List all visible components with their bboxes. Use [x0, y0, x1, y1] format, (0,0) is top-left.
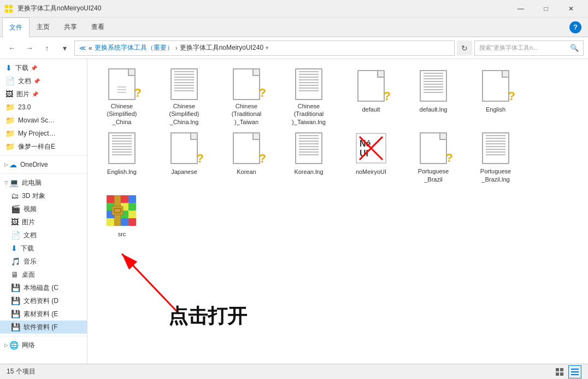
svg-rect-32 — [560, 372, 563, 376]
content-wrapper: ? Chinese(Simplified)_China Chinese(Simp… — [87, 59, 588, 364]
svg-rect-3 — [9, 9, 13, 13]
ribbon: 文件 主页 共享 查看 ? — [0, 18, 588, 37]
recent-locations-button[interactable]: ▾ — [57, 40, 72, 56]
file-item-chinese-simplified-china[interactable]: ? Chinese(Simplified)_China — [92, 63, 152, 124]
question-mark-icon: ? — [259, 86, 266, 100]
sidebar-item-230[interactable]: 📁 23.0 — [0, 101, 87, 114]
sidebar-item-3dobject[interactable]: 🗂 3D 对象 — [0, 189, 87, 202]
address-path[interactable]: ≪ « 更换系统字体工具（重要） › 更换字体工具noMeiryoUI240 ▾ — [74, 40, 455, 56]
file-label: Japanese — [171, 168, 197, 176]
file-item-portuguese-brazil-lng[interactable]: Portuguese_Brazil.lng — [466, 126, 526, 186]
ribbon-tab-share[interactable]: 共享 — [57, 18, 84, 37]
sidebar-item-docs[interactable]: 📄 文档 📌 — [0, 74, 87, 88]
main-layout: ⬇ 下载 📌 📄 文档 📌 🖼 图片 📌 📁 23.0 📁 Movavi Sc… — [0, 59, 588, 364]
file-label: Portuguese_Brazil.lng — [480, 167, 511, 183]
up-button[interactable]: ↑ — [39, 40, 55, 56]
svg-rect-31 — [556, 372, 559, 376]
question-mark-icon: ? — [384, 89, 391, 103]
sidebar-item-music[interactable]: 🎵 音乐 — [0, 255, 87, 268]
svg-rect-1 — [9, 5, 13, 8]
folder-myproject-icon: 📁 — [5, 129, 15, 138]
question-mark-icon: ? — [259, 151, 266, 166]
sidebar-item-download2[interactable]: ⬇ 下载 — [0, 242, 87, 255]
svg-rect-16 — [107, 218, 114, 226]
doc-icon — [357, 70, 385, 102]
file-icon-chinese-traditional-taiwan: ? — [229, 68, 264, 100]
nomeir-icon-box: Né UI — [356, 133, 386, 164]
svg-rect-2 — [5, 9, 8, 13]
large-icon-view-button[interactable] — [553, 365, 566, 378]
ribbon-tab-view[interactable]: 查看 — [84, 18, 111, 37]
close-button[interactable]: ✕ — [558, 0, 584, 18]
svg-rect-13 — [107, 195, 114, 203]
status-count: 15 个项目 — [7, 367, 36, 376]
file-item-default-lng[interactable]: default.lng — [403, 63, 463, 124]
file-item-chinese-simplified-china-lng[interactable]: Chinese(Simplified)_China.lng — [154, 63, 214, 124]
onedrive-icon: ☁ — [9, 160, 17, 169]
sidebar-item-myproject[interactable]: 📁 My Project… — [0, 127, 87, 140]
sidebar-item-docs2[interactable]: 📄 文档 — [0, 229, 87, 242]
refresh-button[interactable]: ↻ — [457, 40, 472, 56]
ribbon-tab-file[interactable]: 文件 — [2, 18, 30, 37]
folder-xiangmeng-icon: 📁 — [5, 142, 15, 151]
sidebar-item-video[interactable]: 🎬 视频 — [0, 202, 87, 215]
file-item-portuguese-brazil[interactable]: ? Portuguese_Brazil — [403, 126, 463, 186]
sidebar-item-materiale[interactable]: 💾 素材资料 (E — [0, 307, 87, 320]
help-button[interactable]: ? — [569, 21, 581, 33]
file-item-japanese[interactable]: ? Japanese — [154, 126, 214, 186]
minimize-button[interactable]: — — [508, 0, 533, 18]
ribbon-tab-home[interactable]: 主页 — [30, 18, 57, 37]
svg-rect-23 — [128, 211, 136, 218]
search-placeholder: 搜索"更换字体工具n... — [479, 44, 538, 52]
sidebar-item-pictures[interactable]: 🖼 图片 📌 — [0, 88, 87, 101]
sidebar-item-onedrive[interactable]: ▷ ☁ OneDrive — [0, 158, 87, 171]
lng-icon — [108, 132, 136, 164]
file-label: Chinese(Simplified)_China.lng — [169, 102, 199, 126]
file-item-nomeir[interactable]: Né UI noMeiryoUI — [341, 126, 401, 186]
search-box[interactable]: 搜索"更换字体工具n... 🔍 — [474, 40, 584, 56]
sidebar-item-movavi[interactable]: 📁 Movavi Sc… — [0, 114, 87, 127]
file-item-korean[interactable]: ? Korean — [216, 126, 277, 186]
file-item-english[interactable]: ? English — [466, 63, 526, 124]
file-item-english-lng[interactable]: English.lng — [92, 126, 152, 186]
sidebar-item-xiangmeng[interactable]: 📁 像梦一样自E — [0, 140, 87, 153]
file-item-chinese-traditional-taiwan[interactable]: ? Chinese(Traditional)_Taiwan — [216, 63, 277, 124]
sidebar-item-docsd[interactable]: 💾 文档资料 (D — [0, 294, 87, 307]
detail-view-button[interactable] — [568, 365, 581, 378]
file-item-src[interactable]: src — [92, 188, 152, 248]
folder-movavi-icon: 📁 — [5, 116, 15, 125]
desktop-icon: 🖥 — [11, 270, 19, 279]
localc-icon: 💾 — [11, 283, 20, 292]
question-mark-icon: ? — [508, 89, 515, 103]
back-button[interactable]: ← — [4, 40, 20, 56]
address-part1[interactable]: ≪ — [79, 44, 86, 52]
sidebar-item-pictures2[interactable]: 🖼 图片 — [0, 215, 87, 229]
sidebar-item-desktop[interactable]: 🖥 桌面 — [0, 268, 87, 281]
sidebar-item-thispc[interactable]: ▽ 💻 此电脑 — [0, 176, 87, 189]
sidebar-item-download[interactable]: ⬇ 下载 📌 — [0, 61, 87, 74]
file-item-default[interactable]: ? default — [341, 63, 401, 124]
file-item-chinese-traditional-taiwan-lng[interactable]: Chinese(Traditional)_Taiwan.lng — [279, 63, 339, 124]
sidebar-item-localc[interactable]: 💾 本地磁盘 (C — [0, 281, 87, 294]
file-area: ? Chinese(Simplified)_China Chinese(Simp… — [87, 59, 588, 364]
file-label: Portuguese_Brazil — [418, 167, 449, 183]
file-icon-default: ? — [354, 68, 389, 103]
sidebar-item-network[interactable]: ▷ 🌐 网络 — [0, 339, 87, 352]
file-label: English.lng — [107, 168, 137, 176]
sidebar-item-softf[interactable]: 💾 软件资料 (F — [0, 320, 87, 334]
doc-icon — [233, 132, 260, 164]
file-icon-nomeir: Né UI — [354, 131, 389, 166]
lng-icon — [295, 68, 322, 100]
svg-rect-0 — [5, 5, 8, 8]
file-icon-english: ? — [478, 68, 513, 103]
question-mark-icon: ? — [197, 151, 204, 166]
file-item-korean-lng[interactable]: Korean.lng — [279, 126, 339, 186]
address-part1-text[interactable]: 更换系统字体工具（重要） — [95, 43, 173, 53]
sidebar-divider-1 — [0, 155, 87, 156]
forward-button[interactable]: → — [22, 40, 37, 56]
folder-230-icon: 📁 — [5, 103, 15, 112]
maximize-button[interactable]: □ — [533, 0, 558, 18]
pictures-icon: 🖼 — [5, 90, 13, 98]
nomeir-svg: Né UI — [357, 135, 385, 162]
svg-rect-20 — [121, 218, 128, 226]
